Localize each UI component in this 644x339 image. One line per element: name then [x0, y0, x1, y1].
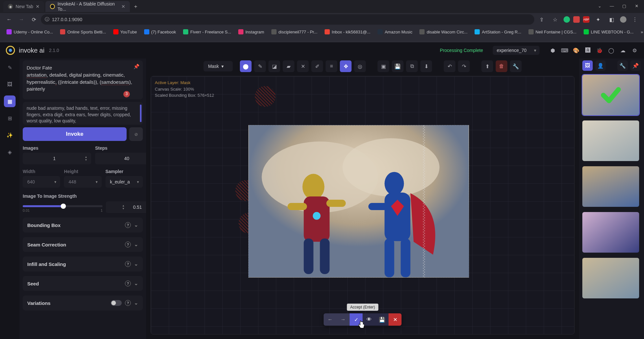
accept-button[interactable]: ✓ — [350, 313, 363, 326]
rail-canvas-icon[interactable]: ▦ — [4, 95, 16, 107]
bookmark-item[interactable]: Inbox - klk56831@... — [322, 28, 373, 36]
reload-button[interactable]: ⟳ — [29, 14, 39, 25]
keyboard-icon[interactable]: ⌨ — [561, 47, 568, 54]
close-icon[interactable]: ✕ — [632, 2, 641, 10]
brush-tool-icon[interactable]: ⬤ — [240, 60, 252, 72]
pin-icon[interactable]: 📌 — [133, 63, 140, 70]
save-icon[interactable]: 💾 — [392, 60, 403, 72]
browser-tab[interactable]: ◉ New Tab ✕ — [3, 1, 44, 12]
bookmark-item[interactable]: YouTube — [111, 28, 140, 36]
save-staging-button[interactable]: 💾 — [376, 313, 389, 326]
settings-icon[interactable]: ⚙ — [631, 47, 638, 54]
trash-icon[interactable]: 🗑 — [496, 60, 507, 72]
cube-icon[interactable]: ⬢ — [549, 47, 556, 54]
bookmarks-overflow[interactable]: » — [638, 28, 644, 36]
upload-icon[interactable]: ⬆ — [481, 60, 493, 72]
download-icon[interactable]: ⬇ — [420, 60, 432, 72]
gallery-user-icon[interactable]: 👤 — [595, 60, 606, 71]
palette-icon[interactable]: 🎨 — [573, 47, 580, 54]
eraser-icon[interactable]: ◪ — [268, 60, 280, 72]
bookmark-item[interactable]: Udemy - Online Co... — [4, 28, 56, 36]
show-hide-button[interactable]: 👁 — [363, 313, 376, 326]
extensions-menu-icon[interactable]: ✦ — [593, 14, 603, 25]
browser-tab-active[interactable]: InvokeAI - A Stable Diffusion To... ✕ — [45, 1, 130, 12]
bookmark-item[interactable]: discipleneil777 - Pr... — [269, 28, 320, 36]
extension-icon[interactable]: ABP — [583, 16, 589, 23]
layer-select[interactable]: Mask ▾ — [204, 61, 233, 71]
language-icon[interactable]: 🅰 — [584, 47, 591, 54]
back-button[interactable]: ← — [4, 14, 14, 25]
minimize-icon[interactable]: — — [607, 2, 617, 10]
move-tool-icon[interactable]: ✥ — [340, 60, 352, 72]
cancel-button[interactable]: ⊘ — [129, 127, 143, 141]
invoke-button[interactable]: Invoke — [23, 127, 127, 141]
copy-icon[interactable]: ⧉ — [406, 60, 418, 72]
sidepanel-icon[interactable]: ◧ — [606, 14, 617, 25]
rail-postprocess-icon[interactable]: ✨ — [4, 129, 16, 141]
eyedropper-icon[interactable]: ✐ — [311, 60, 323, 72]
bookmark-item[interactable]: Instagram — [236, 28, 267, 36]
accordion-seam[interactable]: Seam Correction ? ⌄ — [23, 237, 143, 252]
github-icon[interactable]: ◯ — [608, 47, 615, 54]
i2i-strength-slider[interactable] — [23, 205, 103, 207]
gallery-images-icon[interactable]: 🖼 — [582, 60, 593, 71]
undo-icon[interactable]: ↶ — [444, 60, 455, 72]
profile-avatar[interactable] — [620, 16, 626, 23]
discord-icon[interactable]: ☁ — [619, 47, 626, 54]
help-icon[interactable]: ? — [125, 242, 131, 247]
accordion-seed[interactable]: Seed ? ⌄ — [23, 276, 143, 291]
canvas-viewport[interactable]: Active Layer: Mask Canvas Scale: 100% Sc… — [151, 76, 575, 334]
gallery-thumbnail[interactable] — [582, 212, 639, 253]
rail-txt2img-icon[interactable]: ✎ — [4, 62, 16, 73]
clear-icon[interactable]: ✕ — [297, 60, 309, 72]
model-select[interactable]: experience_70 — [493, 46, 539, 55]
gallery-thumbnail[interactable] — [582, 258, 639, 298]
share-icon[interactable]: ⇪ — [536, 14, 547, 25]
redo-icon[interactable]: ↷ — [458, 60, 470, 72]
list-icon[interactable]: ≡ — [326, 60, 337, 72]
pencil-icon[interactable]: ✎ — [254, 60, 266, 72]
bookmark-item[interactable]: Online Sports Betti... — [57, 28, 108, 36]
bookmark-item[interactable]: Neil Fontaine | CGS... — [526, 28, 579, 36]
stepper-icon[interactable]: ▲▼ — [85, 154, 89, 163]
chevron-down-icon[interactable]: ⌄ — [595, 2, 604, 10]
layers-icon[interactable]: ▣ — [378, 60, 389, 72]
steps-input[interactable] — [95, 153, 146, 164]
wrench-icon[interactable]: 🔧 — [510, 60, 522, 72]
variations-toggle[interactable] — [111, 300, 122, 306]
accordion-infill[interactable]: Infill and Scaling ? ⌄ — [23, 257, 143, 271]
bookmark-item[interactable]: Fiverr - Freelance S... — [180, 28, 234, 36]
accordion-bounding-box[interactable]: Bounding Box ? ⌄ — [23, 218, 143, 232]
images-input[interactable] — [23, 153, 91, 164]
help-icon[interactable]: ? — [125, 261, 131, 267]
bookmark-item[interactable]: Amazon Music — [375, 28, 415, 36]
gallery-thumbnail[interactable] — [582, 120, 639, 161]
next-button[interactable]: → — [337, 313, 350, 326]
rail-training-icon[interactable]: ◈ — [4, 146, 16, 158]
accordion-variations[interactable]: Variations ? ⌄ — [23, 295, 143, 310]
close-icon[interactable]: ✕ — [121, 4, 125, 9]
new-tab-button[interactable]: ＋ — [131, 2, 140, 11]
negative-prompt-input[interactable]: nude bad anatomy, bad hands, text, error… — [23, 102, 143, 125]
bug-icon[interactable]: 🐞 — [596, 47, 603, 54]
help-icon[interactable]: ? — [125, 222, 131, 228]
close-icon[interactable]: ✕ — [36, 4, 40, 9]
gallery-pin-icon[interactable]: 📌 — [630, 60, 641, 71]
bookmark-item[interactable]: disable Wacom Circ... — [417, 28, 470, 36]
gallery-thumbnail[interactable] — [582, 75, 639, 115]
gallery-thumbnail[interactable] — [582, 166, 639, 207]
forward-button[interactable]: → — [16, 14, 27, 25]
extension-icon[interactable] — [564, 16, 570, 23]
menu-icon[interactable]: ⋮ — [630, 14, 640, 25]
prev-button[interactable]: ← — [324, 313, 337, 326]
bookmark-item[interactable]: ArtStation - Greg R... — [472, 28, 524, 36]
discard-button[interactable]: ✕ — [389, 313, 402, 326]
maximize-icon[interactable]: ▢ — [619, 2, 629, 10]
help-icon[interactable]: ? — [125, 300, 131, 306]
gallery-settings-icon[interactable]: 🔧 — [617, 60, 628, 71]
target-icon[interactable]: ◎ — [354, 60, 366, 72]
prompt-input[interactable]: 📌 Doctor Fate artstation, detailed, digi… — [23, 60, 143, 99]
help-icon[interactable]: ? — [125, 281, 131, 286]
bookmark-item[interactable]: LINE WEBTOON - G... — [581, 28, 636, 36]
fill-icon[interactable]: ▰ — [283, 60, 294, 72]
